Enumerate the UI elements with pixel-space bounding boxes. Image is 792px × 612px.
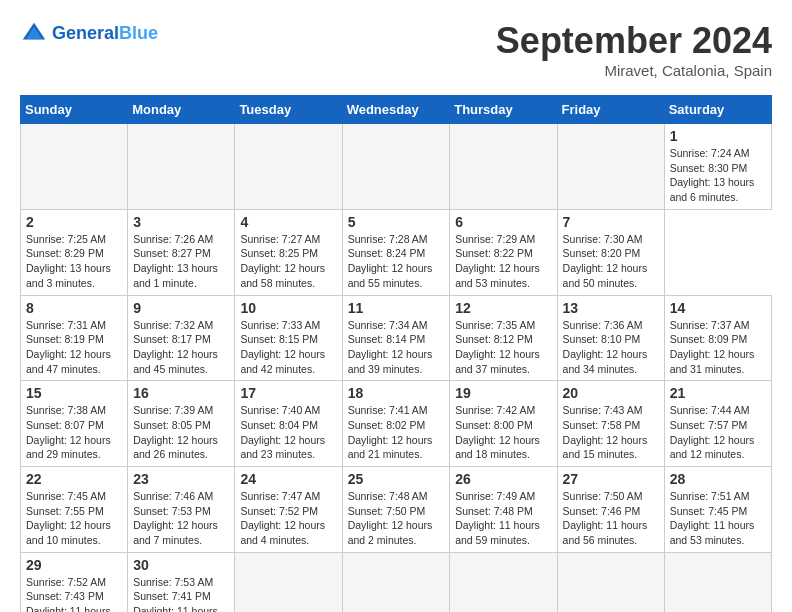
empty-cell: [450, 552, 557, 612]
empty-cell: [664, 552, 771, 612]
column-header-saturday: Saturday: [664, 96, 771, 124]
empty-cell: [235, 552, 342, 612]
day-cell-18: 18Sunrise: 7:41 AMSunset: 8:02 PMDayligh…: [342, 381, 450, 467]
day-info: Sunrise: 7:24 AMSunset: 8:30 PMDaylight:…: [670, 146, 766, 205]
day-number: 15: [26, 385, 122, 401]
day-info: Sunrise: 7:41 AMSunset: 8:02 PMDaylight:…: [348, 403, 445, 462]
day-cell-25: 25Sunrise: 7:48 AMSunset: 7:50 PMDayligh…: [342, 467, 450, 553]
calendar-header: SundayMondayTuesdayWednesdayThursdayFrid…: [21, 96, 772, 124]
day-number: 5: [348, 214, 445, 230]
day-info: Sunrise: 7:53 AMSunset: 7:41 PMDaylight:…: [133, 575, 229, 612]
day-number: 4: [240, 214, 336, 230]
day-number: 7: [563, 214, 659, 230]
column-header-wednesday: Wednesday: [342, 96, 450, 124]
week-row-3: 8Sunrise: 7:31 AMSunset: 8:19 PMDaylight…: [21, 295, 772, 381]
column-header-tuesday: Tuesday: [235, 96, 342, 124]
day-cell-6: 6Sunrise: 7:29 AMSunset: 8:22 PMDaylight…: [450, 209, 557, 295]
day-cell-14: 14Sunrise: 7:37 AMSunset: 8:09 PMDayligh…: [664, 295, 771, 381]
day-info: Sunrise: 7:43 AMSunset: 7:58 PMDaylight:…: [563, 403, 659, 462]
day-number: 9: [133, 300, 229, 316]
day-number: 28: [670, 471, 766, 487]
day-number: 20: [563, 385, 659, 401]
day-cell-9: 9Sunrise: 7:32 AMSunset: 8:17 PMDaylight…: [128, 295, 235, 381]
day-cell-5: 5Sunrise: 7:28 AMSunset: 8:24 PMDaylight…: [342, 209, 450, 295]
day-info: Sunrise: 7:47 AMSunset: 7:52 PMDaylight:…: [240, 489, 336, 548]
day-number: 23: [133, 471, 229, 487]
day-number: 8: [26, 300, 122, 316]
day-number: 14: [670, 300, 766, 316]
day-info: Sunrise: 7:34 AMSunset: 8:14 PMDaylight:…: [348, 318, 445, 377]
empty-cell: [557, 124, 664, 210]
empty-cell: [128, 124, 235, 210]
day-info: Sunrise: 7:26 AMSunset: 8:27 PMDaylight:…: [133, 232, 229, 291]
calendar-body: 1Sunrise: 7:24 AMSunset: 8:30 PMDaylight…: [21, 124, 772, 613]
day-cell-30: 30Sunrise: 7:53 AMSunset: 7:41 PMDayligh…: [128, 552, 235, 612]
day-cell-17: 17Sunrise: 7:40 AMSunset: 8:04 PMDayligh…: [235, 381, 342, 467]
logo-blue: Blue: [119, 23, 158, 43]
logo: GeneralBlue: [20, 20, 158, 48]
day-cell-24: 24Sunrise: 7:47 AMSunset: 7:52 PMDayligh…: [235, 467, 342, 553]
week-row-5: 22Sunrise: 7:45 AMSunset: 7:55 PMDayligh…: [21, 467, 772, 553]
day-number: 24: [240, 471, 336, 487]
column-header-friday: Friday: [557, 96, 664, 124]
location: Miravet, Catalonia, Spain: [496, 62, 772, 79]
day-number: 18: [348, 385, 445, 401]
day-number: 26: [455, 471, 551, 487]
month-title: September 2024: [496, 20, 772, 62]
day-info: Sunrise: 7:29 AMSunset: 8:22 PMDaylight:…: [455, 232, 551, 291]
day-cell-1: 1Sunrise: 7:24 AMSunset: 8:30 PMDaylight…: [664, 124, 771, 210]
day-number: 1: [670, 128, 766, 144]
day-info: Sunrise: 7:38 AMSunset: 8:07 PMDaylight:…: [26, 403, 122, 462]
day-cell-16: 16Sunrise: 7:39 AMSunset: 8:05 PMDayligh…: [128, 381, 235, 467]
logo-icon: [20, 20, 48, 48]
day-info: Sunrise: 7:48 AMSunset: 7:50 PMDaylight:…: [348, 489, 445, 548]
day-number: 19: [455, 385, 551, 401]
day-info: Sunrise: 7:40 AMSunset: 8:04 PMDaylight:…: [240, 403, 336, 462]
day-info: Sunrise: 7:39 AMSunset: 8:05 PMDaylight:…: [133, 403, 229, 462]
day-cell-19: 19Sunrise: 7:42 AMSunset: 8:00 PMDayligh…: [450, 381, 557, 467]
day-cell-22: 22Sunrise: 7:45 AMSunset: 7:55 PMDayligh…: [21, 467, 128, 553]
day-number: 29: [26, 557, 122, 573]
calendar-table: SundayMondayTuesdayWednesdayThursdayFrid…: [20, 95, 772, 612]
day-cell-28: 28Sunrise: 7:51 AMSunset: 7:45 PMDayligh…: [664, 467, 771, 553]
day-info: Sunrise: 7:51 AMSunset: 7:45 PMDaylight:…: [670, 489, 766, 548]
day-number: 17: [240, 385, 336, 401]
day-info: Sunrise: 7:37 AMSunset: 8:09 PMDaylight:…: [670, 318, 766, 377]
title-block: September 2024 Miravet, Catalonia, Spain: [496, 20, 772, 79]
day-info: Sunrise: 7:52 AMSunset: 7:43 PMDaylight:…: [26, 575, 122, 612]
empty-cell: [235, 124, 342, 210]
day-cell-27: 27Sunrise: 7:50 AMSunset: 7:46 PMDayligh…: [557, 467, 664, 553]
day-info: Sunrise: 7:35 AMSunset: 8:12 PMDaylight:…: [455, 318, 551, 377]
day-info: Sunrise: 7:45 AMSunset: 7:55 PMDaylight:…: [26, 489, 122, 548]
day-cell-10: 10Sunrise: 7:33 AMSunset: 8:15 PMDayligh…: [235, 295, 342, 381]
day-cell-21: 21Sunrise: 7:44 AMSunset: 7:57 PMDayligh…: [664, 381, 771, 467]
day-cell-7: 7Sunrise: 7:30 AMSunset: 8:20 PMDaylight…: [557, 209, 664, 295]
day-info: Sunrise: 7:28 AMSunset: 8:24 PMDaylight:…: [348, 232, 445, 291]
column-header-thursday: Thursday: [450, 96, 557, 124]
day-number: 6: [455, 214, 551, 230]
day-cell-8: 8Sunrise: 7:31 AMSunset: 8:19 PMDaylight…: [21, 295, 128, 381]
day-info: Sunrise: 7:46 AMSunset: 7:53 PMDaylight:…: [133, 489, 229, 548]
day-number: 22: [26, 471, 122, 487]
day-cell-4: 4Sunrise: 7:27 AMSunset: 8:25 PMDaylight…: [235, 209, 342, 295]
day-info: Sunrise: 7:36 AMSunset: 8:10 PMDaylight:…: [563, 318, 659, 377]
day-cell-29: 29Sunrise: 7:52 AMSunset: 7:43 PMDayligh…: [21, 552, 128, 612]
day-info: Sunrise: 7:30 AMSunset: 8:20 PMDaylight:…: [563, 232, 659, 291]
week-row-1: 1Sunrise: 7:24 AMSunset: 8:30 PMDaylight…: [21, 124, 772, 210]
day-info: Sunrise: 7:42 AMSunset: 8:00 PMDaylight:…: [455, 403, 551, 462]
empty-cell: [557, 552, 664, 612]
day-cell-26: 26Sunrise: 7:49 AMSunset: 7:48 PMDayligh…: [450, 467, 557, 553]
week-row-2: 2Sunrise: 7:25 AMSunset: 8:29 PMDaylight…: [21, 209, 772, 295]
day-cell-13: 13Sunrise: 7:36 AMSunset: 8:10 PMDayligh…: [557, 295, 664, 381]
day-number: 11: [348, 300, 445, 316]
logo-text: GeneralBlue: [52, 24, 158, 44]
day-number: 10: [240, 300, 336, 316]
day-cell-23: 23Sunrise: 7:46 AMSunset: 7:53 PMDayligh…: [128, 467, 235, 553]
page-header: GeneralBlue September 2024 Miravet, Cata…: [20, 20, 772, 79]
day-cell-20: 20Sunrise: 7:43 AMSunset: 7:58 PMDayligh…: [557, 381, 664, 467]
empty-cell: [21, 124, 128, 210]
day-number: 21: [670, 385, 766, 401]
logo-general: General: [52, 23, 119, 43]
week-row-6: 29Sunrise: 7:52 AMSunset: 7:43 PMDayligh…: [21, 552, 772, 612]
day-cell-12: 12Sunrise: 7:35 AMSunset: 8:12 PMDayligh…: [450, 295, 557, 381]
